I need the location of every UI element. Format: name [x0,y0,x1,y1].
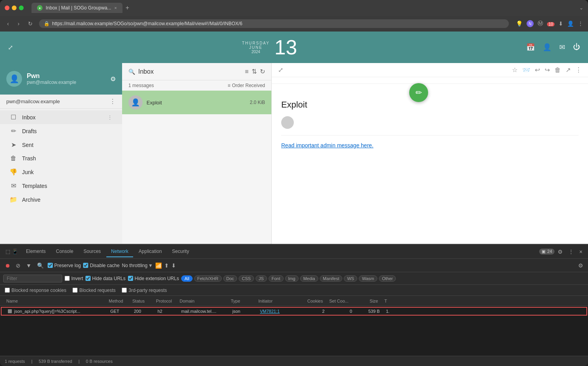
devtools-close-icon[interactable]: × [577,247,585,256]
profile-icon[interactable]: 👤 [567,20,574,27]
filter-icon[interactable]: ≡ [245,68,249,75]
upload-icon[interactable]: ⬆ [164,262,169,269]
tab-close-icon[interactable]: × [114,6,117,10]
forward-icon[interactable]: ↪ [545,66,550,74]
hide-data-urls-checkbox[interactable]: Hide data URLs [85,276,126,281]
disable-cache-input[interactable] [83,263,88,268]
tab-security[interactable]: Security [167,246,194,257]
clear-button[interactable]: ⊘ [14,262,22,269]
mail-header-icon[interactable]: ✉ [559,43,565,52]
hide-ext-urls-input[interactable] [128,276,133,281]
reply-icon[interactable]: ↩ [535,66,540,74]
contacts-header-icon[interactable]: 👤 [543,43,551,52]
star-icon[interactable]: ☆ [512,66,518,74]
filter-tag-font[interactable]: Font [269,275,284,282]
close-traffic-light[interactable] [5,6,9,10]
third-party-input[interactable] [122,288,127,293]
extensions-icon[interactable]: N [527,20,534,28]
search-network-button[interactable]: 🔍 [35,262,45,269]
inbox-more-icon[interactable]: ⋮ [107,114,113,121]
wifi-icon[interactable]: 📶 [155,262,162,269]
sidebar-item-junk[interactable]: 👎 Junk [0,165,122,179]
expand-tabs-icon[interactable]: ⌄ [579,5,583,11]
throttle-dropdown-icon[interactable]: ▼ [148,263,153,268]
filter-tag-all[interactable]: All [181,275,192,282]
badge-icon[interactable]: 10 [547,20,555,27]
filter-tag-ws[interactable]: WS [344,275,357,282]
tab-console[interactable]: Console [51,246,78,257]
blocked-cookies-filter[interactable]: Blocked response cookies [5,288,66,293]
filter-tag-doc[interactable]: Doc [223,275,237,282]
devtools-settings-gear-icon[interactable]: ⚙ [577,262,585,269]
invert-input[interactable] [65,276,70,281]
mail-sender-avatar: 👤 [128,95,143,110]
lightbulb-icon[interactable]: 💡 [516,20,523,27]
third-party-filter[interactable]: 3rd-party requests [122,288,167,293]
tab-network[interactable]: Network [106,246,133,257]
sidebar-item-drafts[interactable]: ✏ Drafts [0,124,122,138]
minimize-traffic-light[interactable] [12,6,17,10]
reload-button[interactable]: ↻ [26,19,35,28]
filter-tag-wasm[interactable]: Wasm [359,275,377,282]
add-tab-button[interactable]: + [126,4,129,11]
device-icon[interactable]: 📱 [12,249,18,255]
mail-item[interactable]: 👤 Exploit 2.0 KiB [122,91,271,114]
filter-tag-img[interactable]: Img [285,275,299,282]
devtools-settings-icon[interactable]: ⚙ [555,247,565,256]
expand-icon[interactable]: ⤢ [8,44,13,51]
record-button[interactable]: ⏺ [3,262,12,269]
settings-gear-icon[interactable]: ⚙ [110,75,116,83]
more-mail-icon[interactable]: ⋮ [575,66,582,74]
preserve-log-checkbox[interactable]: Preserve log [48,263,81,268]
filter-input[interactable] [3,275,62,282]
tab-application[interactable]: Application [134,246,167,257]
sidebar-item-archive[interactable]: 📁 Archive [0,193,122,206]
inspect-icon[interactable]: ⬚ [6,249,10,255]
calendar-header-icon[interactable]: 📅 [526,43,535,52]
tab-sources[interactable]: Sources [79,246,106,257]
hide-data-urls-input[interactable] [85,276,91,281]
maximize-traffic-light[interactable] [19,6,24,10]
compose-button[interactable]: ✏ [409,83,428,102]
devtools-more-icon[interactable]: ⋮ [566,247,576,256]
invert-checkbox[interactable]: Invert [65,276,83,281]
tab-elements[interactable]: Elements [21,246,50,257]
active-tab[interactable]: ● Inbox | Mail | SOGo Groupwa... × [32,3,122,13]
blocked-requests-filter[interactable]: Blocked requests [72,288,115,293]
preserve-log-input[interactable] [48,263,53,268]
download-ext-icon[interactable]: ⬇ [558,20,563,27]
filter-toggle-button[interactable]: ▼ [24,262,33,269]
delete-mail-icon[interactable]: 🗑 [555,67,561,74]
disable-cache-checkbox[interactable]: Disable cache [83,263,119,268]
forward-to-icon[interactable]: 📨 [522,66,530,74]
refresh-icon[interactable]: ↻ [260,68,265,75]
sidebar-item-templates[interactable]: ✉ Templates [0,179,122,193]
filter-tag-js[interactable]: JS [256,275,267,282]
blocked-requests-input[interactable] [72,288,78,293]
search-icon[interactable]: 🔍 [128,69,135,75]
account-more-icon[interactable]: ⋮ [109,98,116,105]
download-icon[interactable]: ⬇ [171,262,176,269]
expand-mail-icon[interactable]: ⤢ [278,66,283,74]
blocked-cookies-input[interactable] [5,288,10,293]
reader-icon[interactable]: Ⓜ [538,20,543,27]
sidebar-item-sent[interactable]: ➤ Sent [0,138,122,152]
forward-button[interactable]: › [15,19,22,28]
filter-tag-manifest[interactable]: Manifest [320,275,343,282]
sidebar-item-inbox[interactable]: ☐ Inbox ⋮ [0,110,122,124]
hide-ext-urls-checkbox[interactable]: Hide extension URLs [128,276,179,281]
power-header-icon[interactable]: ⏻ [573,43,580,52]
filter-tag-css[interactable]: CSS [239,275,254,282]
filter-tag-other[interactable]: Other [379,275,396,282]
mail-body-link[interactable]: Read important admin message here. [281,142,373,149]
row-initiator[interactable]: VM7821:1 [257,309,300,314]
sort-icon[interactable]: ⇅ [252,68,257,75]
sidebar-item-trash[interactable]: 🗑 Trash [0,152,122,165]
menu-icon[interactable]: ⋮ [578,20,583,27]
filter-tag-media[interactable]: Media [300,275,318,282]
network-row[interactable]: json_api.php?query[]=%3Cscript... GET 20… [1,307,587,316]
back-button[interactable]: ‹ [5,19,11,28]
filter-tag-fetch-xhr[interactable]: Fetch/XHR [194,275,222,282]
url-bar[interactable]: 🔒 https://mail.mailcow.example/SOGo/so/p… [39,19,509,28]
open-new-icon[interactable]: ↗ [566,66,571,74]
